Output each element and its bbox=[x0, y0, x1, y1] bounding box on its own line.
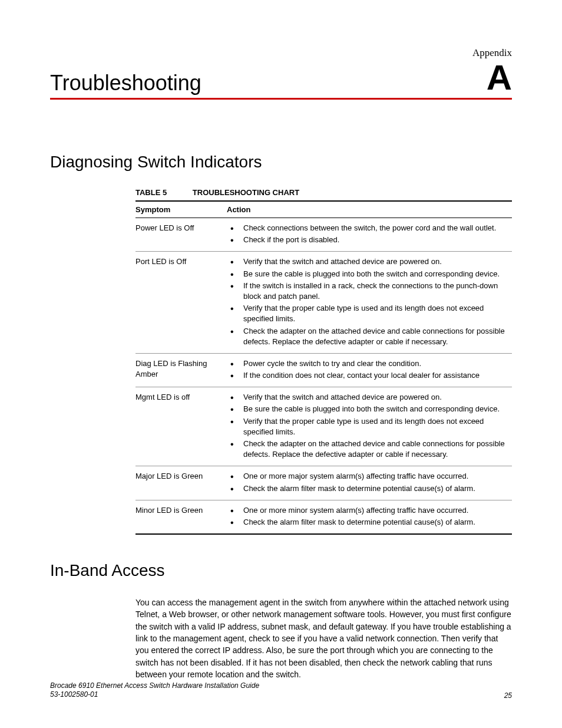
appendix-label: Appendix bbox=[50, 47, 512, 59]
action-item: Verify that the switch and attached devi… bbox=[227, 256, 507, 267]
action-cell: Power cycle the switch to try and clear … bbox=[227, 353, 512, 387]
action-item: Verify that the proper cable type is use… bbox=[227, 416, 507, 437]
action-item: Verify that the proper cable type is use… bbox=[227, 303, 507, 324]
table-row: Mgmt LED is offVerify that the switch an… bbox=[135, 387, 512, 466]
action-item: Check the alarm filter mask to determine… bbox=[227, 483, 507, 494]
footer-page-number: 25 bbox=[504, 691, 512, 700]
action-item: Check the adapter on the attached device… bbox=[227, 326, 507, 347]
action-list: Power cycle the switch to try and clear … bbox=[227, 358, 507, 381]
action-list: One or more minor system alarm(s) affect… bbox=[227, 505, 507, 528]
chapter-letter: A bbox=[487, 60, 512, 95]
table-header-action: Action bbox=[227, 201, 512, 218]
action-list: One or more major system alarm(s) affect… bbox=[227, 471, 507, 493]
action-cell: Check connections between the switch, th… bbox=[227, 218, 512, 252]
chapter-title: Troubleshooting bbox=[50, 71, 201, 95]
footer-doc-number: 53-1002580-01 bbox=[50, 690, 259, 700]
action-cell: One or more major system alarm(s) affect… bbox=[227, 466, 512, 500]
red-divider bbox=[50, 98, 512, 100]
table-caption-title: TROUBLESHOOTING CHART bbox=[193, 188, 299, 197]
action-item: Check connections between the switch, th… bbox=[227, 223, 507, 233]
symptom-cell: Diag LED is Flashing Amber bbox=[135, 353, 227, 387]
inband-paragraph: You can access the management agent in t… bbox=[135, 597, 512, 680]
symptom-cell: Mgmt LED is off bbox=[135, 387, 227, 466]
action-item: If the switch is installed in a rack, ch… bbox=[227, 281, 507, 302]
action-item: One or more major system alarm(s) affect… bbox=[227, 471, 507, 482]
action-item: Check if the port is disabled. bbox=[227, 235, 507, 245]
action-cell: Verify that the switch and attached devi… bbox=[227, 387, 512, 466]
action-cell: One or more minor system alarm(s) affect… bbox=[227, 500, 512, 534]
action-item: One or more minor system alarm(s) affect… bbox=[227, 505, 507, 516]
action-list: Verify that the switch and attached devi… bbox=[227, 392, 507, 460]
action-list: Verify that the switch and attached devi… bbox=[227, 256, 507, 347]
table-caption: TABLE 5 TROUBLESHOOTING CHART bbox=[135, 188, 512, 197]
page-footer: Brocade 6910 Ethernet Access Switch Hard… bbox=[50, 681, 512, 700]
table-row: Port LED is OffVerify that the switch an… bbox=[135, 252, 512, 354]
action-item: Be sure the cable is plugged into both t… bbox=[227, 404, 507, 414]
action-list: Check connections between the switch, th… bbox=[227, 223, 507, 245]
footer-doc-title: Brocade 6910 Ethernet Access Switch Hard… bbox=[50, 681, 259, 691]
table-row: Minor LED is GreenOne or more minor syst… bbox=[135, 500, 512, 534]
action-cell: Verify that the switch and attached devi… bbox=[227, 252, 512, 354]
table-row: Power LED is OffCheck connections betwee… bbox=[135, 218, 512, 252]
symptom-cell: Port LED is Off bbox=[135, 252, 227, 354]
action-item: Be sure the cable is plugged into both t… bbox=[227, 269, 507, 279]
section-heading-inband: In-Band Access bbox=[50, 561, 512, 580]
action-item: Check the alarm filter mask to determine… bbox=[227, 517, 507, 528]
table-caption-label: TABLE 5 bbox=[135, 188, 167, 197]
table-row: Major LED is GreenOne or more major syst… bbox=[135, 466, 512, 500]
section-heading-diagnosing: Diagnosing Switch Indicators bbox=[50, 153, 512, 172]
symptom-cell: Power LED is Off bbox=[135, 218, 227, 252]
action-item: Power cycle the switch to try and clear … bbox=[227, 358, 507, 369]
footer-left: Brocade 6910 Ethernet Access Switch Hard… bbox=[50, 681, 259, 700]
table-row: Diag LED is Flashing AmberPower cycle th… bbox=[135, 353, 512, 387]
table-header-symptom: Symptom bbox=[135, 201, 227, 218]
title-row: Troubleshooting A bbox=[50, 60, 512, 95]
action-item: If the condition does not clear, contact… bbox=[227, 370, 507, 381]
action-item: Check the adapter on the attached device… bbox=[227, 439, 507, 460]
symptom-cell: Major LED is Green bbox=[135, 466, 227, 500]
troubleshooting-table: Symptom Action Power LED is OffCheck con… bbox=[135, 200, 512, 535]
action-item: Verify that the switch and attached devi… bbox=[227, 392, 507, 403]
symptom-cell: Minor LED is Green bbox=[135, 500, 227, 534]
